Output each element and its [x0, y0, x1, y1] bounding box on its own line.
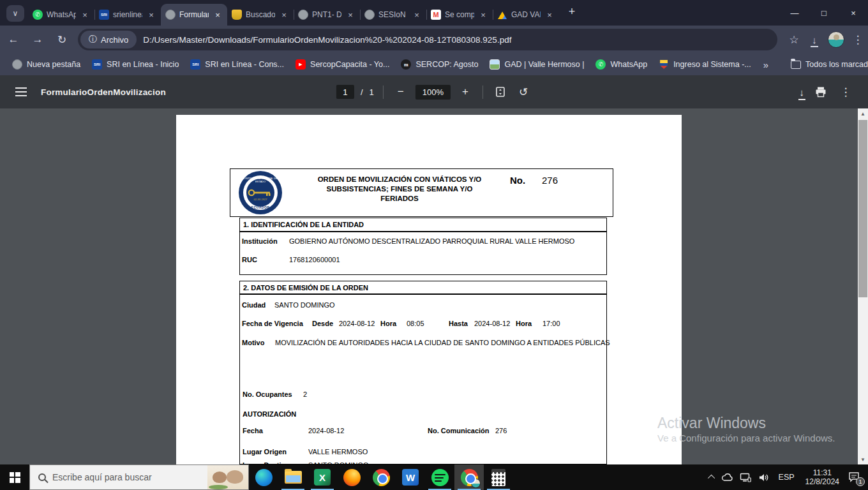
browser-tab-buscador[interactable]: Buscador de × [227, 4, 294, 26]
tab-close-icon[interactable]: × [213, 10, 223, 20]
taskbar-firefox[interactable] [337, 464, 366, 490]
golden-key-icon [248, 188, 273, 198]
language-indicator[interactable]: ESP [776, 473, 797, 482]
reload-button[interactable]: ↻ [51, 29, 73, 50]
pdf-toolbar-right: ↓ ⋮ [800, 84, 868, 100]
bookmark-sercop-agosto[interactable]: m SERCOP: Agosto [395, 56, 484, 73]
fecha-value: 2024-08-12 [308, 427, 344, 434]
order-number-label: No. [510, 175, 525, 186]
taskbar-calculator[interactable] [484, 464, 513, 490]
contraloria-seal-logo: CONTRALORÍA GENERAL DEL ESTADO 02-XII-19… [239, 171, 282, 214]
browser-tab-pnt1[interactable]: PNT1- Defen × [294, 4, 360, 26]
bookmark-ingreso-sistema[interactable]: Ingreso al Sistema -... [653, 56, 757, 73]
globe-favicon [298, 10, 308, 20]
browser-tab-sri[interactable]: SRI srienlinea.sri × [94, 4, 161, 26]
taskbar-spotify[interactable] [425, 464, 454, 490]
taskbar-file-explorer[interactable] [278, 464, 308, 490]
scroll-down-arrow[interactable]: ▼ [858, 454, 868, 464]
pdf-download-icon[interactable]: ↓ [800, 87, 805, 98]
system-tray: ESP 11:31 12/8/2024 1 [710, 464, 868, 490]
institucion-value: GOBIERNO AUTÓNOMO DESCENTRALIZADO PARROQ… [289, 237, 574, 245]
back-button[interactable]: ← [3, 29, 24, 50]
network-icon[interactable] [739, 471, 752, 484]
bookmark-whatsapp[interactable]: ✆ WhatsApp [590, 56, 653, 73]
onedrive-cloud-icon[interactable] [721, 471, 733, 484]
rotate-icon[interactable]: ↺ [515, 84, 532, 100]
zoom-out-button[interactable]: − [393, 84, 409, 100]
print-icon[interactable] [814, 85, 827, 98]
volume-icon[interactable] [758, 471, 770, 484]
gmail-icon: M [431, 10, 441, 20]
sri-icon: SRI [92, 59, 102, 70]
close-button[interactable]: × [839, 0, 868, 26]
lugar-origen-label: Lugar Origen [243, 448, 287, 456]
tab-close-icon[interactable]: × [146, 10, 156, 20]
institucion-label: Institución [242, 237, 278, 245]
vertical-scrollbar[interactable]: ▲ ▼ [858, 108, 868, 464]
gad-site-icon [490, 59, 500, 70]
action-center-icon[interactable]: 1 [848, 471, 862, 484]
scrollbar-thumb[interactable] [858, 120, 867, 297]
scroll-up-arrow[interactable]: ▲ [858, 108, 868, 119]
file-scheme-chip[interactable]: ⓘ Archivo [80, 31, 137, 48]
browser-tab-sesion[interactable]: SESIoN ORDI × [360, 4, 426, 26]
search-highlight-image[interactable] [207, 465, 248, 489]
profile-avatar[interactable] [828, 31, 844, 48]
browser-tab-formulario-active[interactable]: FormularioO × [161, 4, 227, 26]
page-total: 1 [370, 87, 374, 97]
taskbar-clock[interactable]: 11:31 12/8/2024 [803, 468, 842, 486]
tab-close-icon[interactable]: × [279, 10, 289, 20]
pdf-page: CONTRALORÍA GENERAL DEL ESTADO 02-XII-19… [176, 115, 682, 464]
start-button[interactable] [0, 464, 29, 490]
activate-windows-watermark: Activar Windows [657, 415, 766, 432]
bookmark-nueva-pestana[interactable]: Nueva pestaña [6, 56, 86, 73]
bookmarks-overflow-chevron[interactable]: » [757, 59, 775, 70]
bookmark-sri-inicio[interactable]: SRI SRI en Línea - Inicio [86, 56, 184, 73]
file-explorer-icon [285, 471, 302, 484]
browser-tab-drive[interactable]: GAD VALLE H × [493, 4, 559, 26]
tab-close-icon[interactable]: × [544, 10, 555, 20]
minimize-button[interactable]: — [780, 0, 809, 26]
new-tab-button[interactable]: + [563, 3, 581, 20]
profile-mini-avatar [471, 479, 481, 488]
zoom-level[interactable]: 100% [415, 85, 451, 100]
bookmark-star-icon[interactable]: ☆ [784, 29, 804, 50]
taskbar-excel[interactable]: X [308, 464, 337, 490]
all-bookmarks-button[interactable]: Todos los marcadores [785, 56, 868, 73]
downloads-icon[interactable]: ↓ [804, 29, 825, 50]
bookmark-sri-consultas[interactable]: SRI SRI en Línea - Cons... [184, 56, 290, 73]
word-icon: W [402, 469, 419, 486]
address-bar[interactable]: ⓘ Archivo D:/Users/Master/Downloads/Form… [78, 29, 777, 50]
bookmark-gad-valle-hermoso[interactable]: GAD | Valle Hermoso | [484, 56, 590, 73]
tab-close-icon[interactable]: × [412, 10, 422, 20]
comunicacion-label: No. Comunicación [428, 427, 490, 434]
ciudad-value: SANTO DOMINGO [274, 301, 335, 309]
taskbar-chrome-active[interactable] [454, 464, 484, 490]
browser-tab-whatsapp[interactable]: ✆ WhatsApp × [28, 4, 94, 26]
tab-close-icon[interactable]: × [345, 10, 355, 20]
taskbar-chrome[interactable] [366, 464, 396, 490]
forward-button[interactable]: → [27, 29, 49, 50]
ruc-label: RUC [242, 256, 257, 264]
tab-close-icon[interactable]: × [478, 10, 488, 20]
whatsapp-icon: ✆ [595, 59, 606, 70]
bookmarks-bar: Nueva pestaña SRI SRI en Línea - Inicio … [0, 54, 868, 75]
pdf-menu-icon[interactable] [15, 91, 27, 93]
tray-expand-chevron-icon[interactable] [708, 475, 715, 482]
motivo-value: MOVILIZACIÓN DE AUTORIDADES HACIA LA CIU… [275, 339, 610, 346]
ruc-value: 1768120600001 [289, 256, 340, 264]
tab-close-icon[interactable]: × [80, 10, 90, 20]
taskbar-edge[interactable] [249, 464, 278, 490]
browser-menu-icon[interactable]: ⋮ [848, 29, 868, 50]
pdf-more-menu-icon[interactable]: ⋮ [837, 84, 854, 100]
page-number-input[interactable] [336, 85, 354, 99]
taskbar-search-box[interactable]: Escribe aquí para buscar [29, 464, 249, 490]
maximize-button[interactable]: □ [809, 0, 839, 26]
section2-header: 2. DATOS DE EMISIÓN DE LA ORDEN [239, 281, 607, 294]
bookmark-sercop-youtube[interactable]: ▶ SercopCapacita - Yo... [290, 56, 395, 73]
taskbar-word[interactable]: W [396, 464, 425, 490]
tab-search-button[interactable]: ∨ [6, 5, 24, 22]
zoom-in-button[interactable]: + [457, 84, 474, 100]
browser-tab-gmail[interactable]: M Se comparti × [426, 4, 493, 26]
fit-page-icon[interactable] [492, 84, 509, 100]
